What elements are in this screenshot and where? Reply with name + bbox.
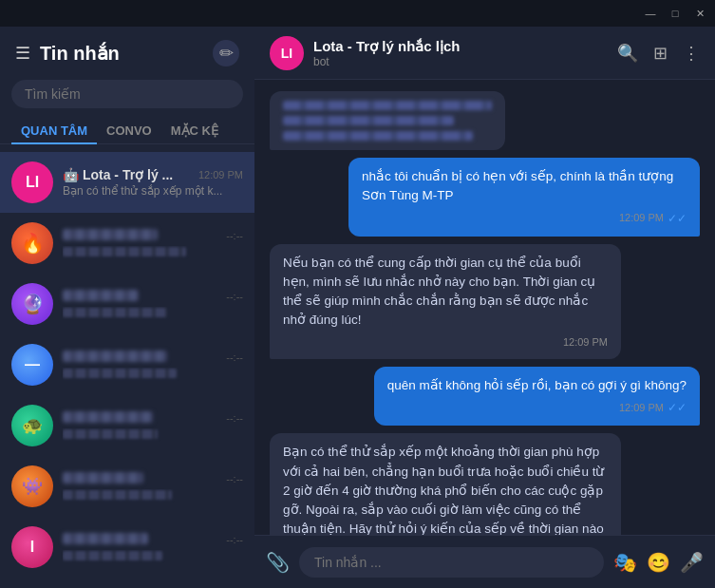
chat-header: LI Lota - Trợ lý nhắc lịch bot 🔍 ⊞ ⋮ [254, 27, 715, 80]
search-bar[interactable] [11, 80, 243, 108]
conversation-item-6[interactable]: 👾 --:-- [0, 456, 254, 517]
double-check-icon: ✓✓ [668, 210, 687, 227]
conv-time-2: --:-- [226, 230, 243, 241]
close-button[interactable]: ✕ [692, 6, 707, 21]
conv-info-2: --:-- [63, 227, 243, 259]
search-input[interactable] [25, 86, 230, 102]
chat-header-name: Lota - Trợ lý nhắc lịch [313, 38, 617, 55]
conv-name-blurred-4 [63, 349, 167, 366]
sticker-icon[interactable]: 🎭 [613, 551, 637, 574]
message-text-incoming-1: Nếu bạn có thể cung cấp thời gian cụ thể… [283, 256, 595, 328]
double-check-icon-2: ✓✓ [668, 399, 687, 416]
conv-preview-2 [63, 246, 243, 259]
message-text-2: quên mất không hỏi sếp rồi, bạn có gợi ý… [387, 378, 687, 392]
tab-quan-tam[interactable]: QUAN TÂM [11, 118, 97, 143]
sidebar: ☰ Tin nhắn ✏ QUAN TÂM CONVO MẶC KỆ LI 🤖 … [0, 27, 254, 588]
conversation-list: LI 🤖 Lota - Trợ lý ... 12:09 PM Bạn có t… [0, 152, 254, 588]
conversation-item-5[interactable]: 🐢 --:-- [0, 395, 254, 456]
conv-info-6: --:-- [63, 470, 243, 503]
message-time-2: 12:09 PM ✓✓ [387, 399, 687, 416]
conv-name-blurred-7 [63, 531, 148, 548]
conv-time-7: --:-- [226, 534, 243, 545]
app-body: ☰ Tin nhắn ✏ QUAN TÂM CONVO MẶC KỆ LI 🤖 … [0, 27, 715, 588]
conv-name-blurred-3 [63, 288, 139, 305]
chat-header-actions: 🔍 ⊞ ⋮ [617, 43, 700, 64]
conv-preview-6 [63, 489, 243, 503]
more-icon[interactable]: ⋮ [683, 43, 700, 64]
compose-button[interactable]: ✏ [213, 40, 239, 66]
conv-name-blurred-6 [63, 470, 143, 487]
message-incoming-2: Bạn có thể thử sắp xếp một khoảng thời g… [270, 433, 621, 535]
conversation-item-4[interactable]: — --:-- [0, 334, 254, 395]
conv-time-4: --:-- [226, 351, 243, 363]
avatar-2: 🔥 [11, 222, 53, 264]
avatar-lota: LI [11, 161, 53, 203]
conv-info-4: --:-- [63, 349, 243, 381]
avatar-7: I [11, 526, 53, 568]
conversation-item-3[interactable]: 🔮 --:-- [0, 274, 254, 334]
conv-info-lota: 🤖 Lota - Trợ lý ... 12:09 PM Bạn có thể … [63, 167, 243, 198]
conv-name-lota: 🤖 Lota - Trợ lý ... [63, 167, 173, 182]
avatar-4: — [11, 344, 53, 386]
tabs-bar: QUAN TÂM CONVO MẶC KỆ [0, 118, 254, 144]
mic-icon[interactable]: 🎤 [680, 551, 704, 574]
message-incoming-1: Nếu bạn có thể cung cấp thời gian cụ thể… [270, 244, 621, 360]
message-text-incoming-2: Bạn có thể thử sắp xếp một khoảng thời g… [283, 445, 604, 535]
chat-avatar: LI [270, 36, 304, 70]
conv-info-3: --:-- [63, 288, 243, 320]
conversation-item-7[interactable]: I --:-- [0, 517, 254, 578]
input-area: 📎 🎭 😊 🎤 [254, 535, 715, 588]
avatar-5: 🐢 [11, 405, 53, 446]
sidebar-header: ☰ Tin nhắn ✏ [0, 27, 254, 80]
minimize-button[interactable]: — [643, 6, 658, 21]
conv-name-blurred-5 [63, 409, 153, 427]
conv-info-7: --:-- [63, 531, 243, 563]
messages-area: nhắc tôi chuẩn bị có hẹn với sếp, chính … [254, 80, 715, 535]
tab-mac-ke[interactable]: MẶC KỆ [161, 118, 228, 143]
message-text-1: nhắc tôi chuẩn bị có hẹn với sếp, chính … [362, 169, 673, 202]
chat-header-info: Lota - Trợ lý nhắc lịch bot [313, 38, 617, 68]
menu-icon[interactable]: ☰ [15, 43, 30, 64]
conversation-item-2[interactable]: 🔥 --:-- [0, 213, 254, 274]
conv-time-3: --:-- [226, 291, 243, 302]
message-blur-top [270, 91, 505, 150]
conv-preview-3 [63, 307, 243, 320]
title-bar: — □ ✕ [0, 0, 715, 27]
message-time-1: 12:09 PM ✓✓ [362, 210, 687, 227]
message-incoming-2-wrapper: Bạn có thể thử sắp xếp một khoảng thời g… [270, 433, 700, 535]
message-outgoing-2: quên mất không hỏi sếp rồi, bạn có gợi ý… [374, 367, 700, 426]
conv-preview-lota: Bạn có thể thử sắp xếp một k... [63, 184, 243, 198]
avatar-6: 👾 [11, 465, 53, 507]
search-icon[interactable]: 🔍 [617, 43, 638, 64]
conv-time-6: --:-- [226, 473, 243, 484]
columns-icon[interactable]: ⊞ [653, 43, 668, 64]
message-outgoing-1: nhắc tôi chuẩn bị có hẹn với sếp, chính … [348, 158, 700, 237]
tab-convo[interactable]: CONVO [97, 118, 161, 143]
conversation-item-lota[interactable]: LI 🤖 Lota - Trợ lý ... 12:09 PM Bạn có t… [0, 152, 254, 213]
conv-time-lota: 12:09 PM [198, 169, 243, 180]
conv-preview-4 [63, 368, 243, 381]
emoji-icon[interactable]: 😊 [647, 551, 670, 574]
attach-icon[interactable]: 📎 [266, 551, 290, 574]
message-input[interactable] [299, 547, 604, 578]
chat-area: LI Lota - Trợ lý nhắc lịch bot 🔍 ⊞ ⋮ nhắ… [254, 27, 715, 588]
conv-info-5: --:-- [63, 409, 243, 442]
sidebar-title: Tin nhắn [40, 42, 203, 65]
conv-time-5: --:-- [226, 412, 243, 424]
message-time-incoming-1: 12:09 PM [283, 334, 608, 351]
conv-name-blurred-2 [63, 227, 158, 244]
chat-header-subtitle: bot [313, 55, 617, 68]
avatar-3: 🔮 [11, 283, 53, 325]
maximize-button[interactable]: □ [668, 6, 683, 21]
conv-preview-7 [63, 550, 243, 563]
conv-preview-5 [63, 428, 243, 442]
